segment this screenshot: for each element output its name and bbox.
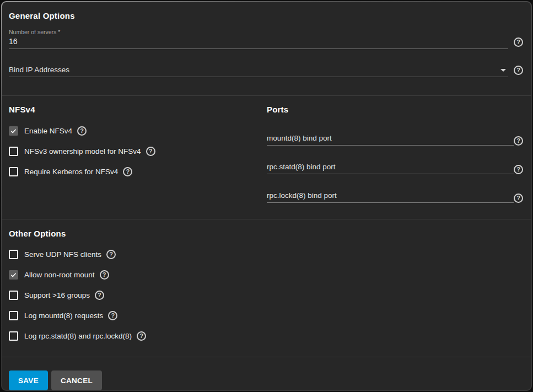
save-button[interactable]: SAVE: [9, 370, 48, 390]
checkbox-label: Log rpc.statd(8) and rpc.lockd(8): [24, 331, 132, 341]
checkbox-row-serve-udp: Serve UDP NFS clients ?: [9, 249, 523, 259]
help-glyph: ?: [516, 195, 520, 201]
help-icon[interactable]: ?: [95, 291, 104, 300]
help-icon[interactable]: ?: [514, 37, 523, 47]
bind-ip-addresses-label: Bind IP Addresses: [9, 65, 508, 75]
checkbox-row-enable-nfsv4: Enable NFSv4 ?: [9, 126, 267, 136]
help-glyph: ?: [80, 128, 84, 134]
help-icon[interactable]: ?: [514, 194, 523, 203]
log-mountd-checkbox[interactable]: [9, 311, 18, 320]
section-title-other-options: Other Options: [9, 229, 523, 239]
help-glyph: ?: [103, 272, 106, 278]
checkbox-row-allow-nonroot: Allow non-root mount ?: [9, 270, 523, 280]
help-glyph: ?: [516, 167, 520, 173]
number-of-servers-value: 16: [9, 36, 508, 47]
help-glyph: ?: [126, 169, 130, 175]
form-actions: SAVE CANCEL: [2, 357, 531, 390]
log-rpc-checkbox[interactable]: [9, 331, 18, 341]
checkbox-label: NFSv3 ownership model for NFSv4: [24, 147, 141, 156]
chevron-down-icon[interactable]: [500, 69, 506, 72]
bind-ip-addresses-select[interactable]: Bind IP Addresses: [9, 65, 508, 77]
nfs-config-form: General Options Number of servers * 16 ?…: [1, 1, 532, 391]
ports-column: Ports mountd(8) bind port ? rpc.statd(8)…: [267, 105, 523, 203]
enable-nfsv4-checkbox[interactable]: [9, 126, 18, 136]
help-icon[interactable]: ?: [106, 250, 116, 259]
help-icon[interactable]: ?: [514, 165, 523, 174]
help-glyph: ?: [111, 313, 115, 319]
help-glyph: ?: [149, 148, 153, 154]
checkbox-row-log-mountd: Log mountd(8) requests ?: [9, 310, 523, 320]
section-other-options: Other Options Serve UDP NFS clients ? Al…: [2, 219, 531, 357]
checkbox-label: Require Kerberos for NFSv4: [24, 167, 118, 176]
section-title-ports: Ports: [267, 105, 523, 115]
section-title-general: General Options: [9, 11, 523, 21]
help-glyph: ?: [98, 292, 101, 298]
field-rpc-lockd-bind-port: rpc.lockd(8) bind port ?: [267, 190, 523, 203]
help-glyph: ?: [516, 138, 520, 144]
help-icon[interactable]: ?: [137, 331, 146, 341]
checkbox-row-require-kerberos: Require Kerberos for NFSv4 ?: [9, 167, 267, 176]
help-icon[interactable]: ?: [514, 66, 523, 75]
number-of-servers-label: Number of servers *: [9, 29, 508, 36]
number-of-servers-input[interactable]: Number of servers * 16: [9, 29, 508, 49]
require-kerberos-checkbox[interactable]: [9, 167, 18, 176]
checkbox-row-nfsv3-ownership: NFSv3 ownership model for NFSv4 ?: [9, 146, 267, 156]
help-glyph: ?: [516, 39, 520, 45]
cancel-button[interactable]: CANCEL: [51, 370, 102, 390]
checkbox-label: Serve UDP NFS clients: [24, 250, 101, 259]
support-16-groups-checkbox[interactable]: [9, 291, 18, 300]
mountd-bind-port-label: mountd(8) bind port: [267, 133, 514, 143]
checkbox-label: Support >16 groups: [24, 291, 90, 300]
check-icon: [10, 271, 17, 278]
nfsv3-ownership-checkbox[interactable]: [9, 147, 18, 156]
help-icon[interactable]: ?: [146, 147, 155, 156]
help-glyph: ?: [516, 67, 520, 73]
serve-udp-checkbox[interactable]: [9, 250, 18, 259]
help-icon[interactable]: ?: [108, 311, 117, 320]
section-general-options: General Options Number of servers * 16 ?…: [2, 2, 531, 95]
mountd-bind-port-input[interactable]: mountd(8) bind port: [267, 133, 514, 146]
help-icon[interactable]: ?: [100, 270, 109, 280]
help-icon[interactable]: ?: [77, 126, 87, 136]
section-nfsv4-and-ports: NFSv4 Enable NFSv4 ? NFSv3 ownership mod…: [2, 96, 531, 219]
checkbox-row-log-rpc: Log rpc.statd(8) and rpc.lockd(8) ?: [9, 331, 523, 341]
rpc-lockd-bind-port-label: rpc.lockd(8) bind port: [267, 190, 514, 201]
rpc-lockd-bind-port-input[interactable]: rpc.lockd(8) bind port: [267, 190, 514, 203]
help-glyph: ?: [139, 333, 143, 339]
checkbox-label: Enable NFSv4: [24, 126, 72, 136]
rpc-statd-bind-port-input[interactable]: rpc.statd(8) bind port: [267, 162, 514, 174]
checkbox-label: Allow non-root mount: [24, 270, 95, 280]
rpc-statd-bind-port-label: rpc.statd(8) bind port: [267, 162, 514, 172]
section-title-nfsv4: NFSv4: [9, 105, 267, 115]
check-icon: [10, 127, 17, 135]
field-mountd-bind-port: mountd(8) bind port ?: [267, 133, 523, 146]
help-glyph: ?: [109, 251, 113, 257]
nfsv4-column: NFSv4 Enable NFSv4 ? NFSv3 ownership mod…: [9, 105, 267, 203]
allow-nonroot-checkbox[interactable]: [9, 270, 18, 280]
field-number-of-servers: Number of servers * 16 ?: [9, 29, 523, 49]
checkbox-row-support-16-groups: Support >16 groups ?: [9, 290, 523, 300]
help-icon[interactable]: ?: [514, 136, 523, 146]
checkbox-label: Log mountd(8) requests: [24, 311, 103, 320]
field-bind-ip-addresses: Bind IP Addresses ?: [9, 65, 523, 77]
help-icon[interactable]: ?: [123, 167, 132, 176]
field-rpc-statd-bind-port: rpc.statd(8) bind port ?: [267, 162, 523, 174]
